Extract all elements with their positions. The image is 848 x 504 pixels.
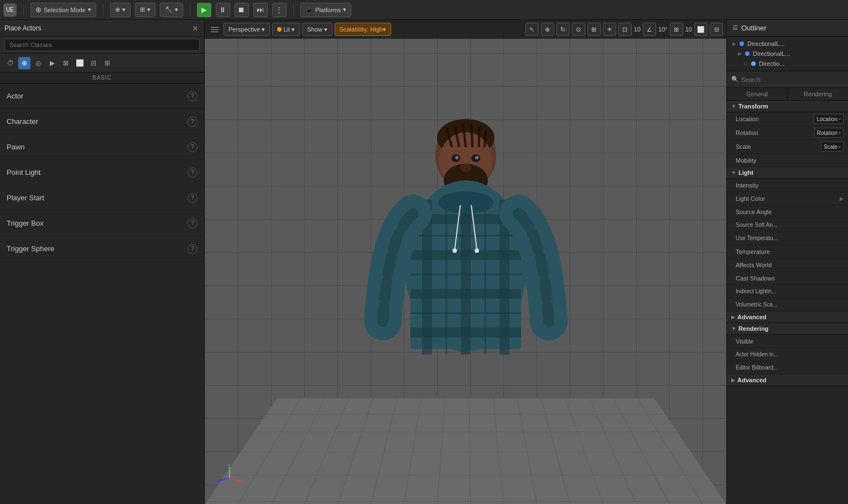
svg-point-22 [452, 248, 457, 253]
scale-dropdown[interactable]: Scale ▾ [821, 142, 844, 152]
advanced-rendering-title: Advanced [737, 377, 767, 383]
advanced-light-section-header[interactable]: ▶ Advanced [727, 311, 848, 323]
prop-editor-billboard: Editor Billboard... [727, 361, 848, 375]
actor-item-trigger-sphere[interactable]: Trigger Sphere ? [0, 236, 204, 262]
actor-item-actor[interactable]: Actor ? [0, 84, 204, 109]
prop-location: Location Location ▾ [727, 112, 848, 126]
location-dropdown[interactable]: Location ▾ [814, 114, 844, 124]
axis-gizmo: x y z [216, 464, 243, 493]
prop-scale-value[interactable]: Scale ▾ [821, 142, 844, 152]
prop-use-temperature: Use Temperatu... [727, 232, 848, 245]
outliner-item-directional3[interactable]: ⊙ Directio... [727, 59, 848, 69]
rendering-section-title: Rendering [738, 325, 768, 332]
scale-snap-button[interactable]: ⊞ [670, 23, 683, 36]
angle-button[interactable]: ∠ [643, 23, 656, 36]
options-button[interactable]: ⋮ [272, 3, 287, 17]
actor-help-point-light[interactable]: ? [188, 168, 197, 178]
prop-source-soft-angle: Source Soft An... [727, 219, 848, 232]
search-bar: 🔍 [727, 71, 848, 88]
recent-icon-btn[interactable]: ⏱ [4, 57, 17, 69]
search-icon: 🔍 [731, 76, 739, 83]
viewport-menu-button[interactable] [208, 23, 221, 36]
grid-value: 10 [634, 26, 641, 33]
visual-icon-btn[interactable]: ⊠ [60, 57, 72, 69]
pause-button[interactable]: ⏸ [216, 3, 230, 17]
viewport-options-button[interactable]: ⬜ [694, 23, 707, 36]
select-tool-button[interactable]: ↖ [526, 23, 539, 36]
close-panel-button[interactable]: ✕ [191, 24, 200, 33]
selection-mode-button[interactable]: ⊕ Selection Mode ▾ [30, 3, 96, 17]
search-classes-input[interactable] [4, 39, 200, 51]
prop-location-label: Location [736, 116, 759, 122]
actor-help-actor[interactable]: ? [188, 91, 197, 101]
top-toolbar: UE ⊕ Selection Mode ▾ ⊕▾ ⊞▾ 🔨▾ ▶ ⏸ ⏹ ⏭ ⋮… [0, 0, 848, 20]
prop-location-value[interactable]: Location ▾ [814, 114, 844, 124]
maximize-button[interactable]: ⊟ [710, 23, 723, 36]
svg-point-26 [455, 156, 459, 159]
actor-help-trigger-sphere[interactable]: ? [188, 244, 197, 254]
build-button[interactable]: 🔨▾ [160, 3, 183, 17]
tab-general[interactable]: General [727, 88, 788, 100]
actor-list: Actor ? Character ? Pawn ? Point Light ?… [0, 84, 204, 504]
rendering-section-header[interactable]: ▼ Rendering [727, 323, 848, 335]
prop-rotation-value[interactable]: Rotation ▾ [814, 128, 844, 138]
prop-mobility: Mobility [727, 154, 848, 167]
perspective-button[interactable]: Perspective ▾ [223, 23, 270, 36]
icon-bar: ⏱ ⊕ ◎ ▶ ⊠ ⬜ ⊟ ⊞ [0, 54, 204, 72]
outliner-item-directional2[interactable]: ▶ DirectionalL... [727, 49, 848, 59]
grid-button[interactable]: ⊡ [618, 23, 632, 36]
geometry-icon-btn[interactable]: ⬜ [74, 57, 86, 69]
skip-forward-button[interactable]: ⏭ [253, 3, 268, 17]
details-search-input[interactable] [741, 76, 844, 83]
svg-point-28 [460, 163, 471, 172]
play-button[interactable]: ▶ [197, 3, 211, 17]
show-button[interactable]: Show ▾ [302, 23, 332, 36]
rotation-dropdown[interactable]: Rotation ▾ [814, 128, 844, 138]
actor-item-point-light[interactable]: Point Light ? [0, 160, 204, 185]
lit-dot [277, 27, 282, 32]
light-section-header[interactable]: ▼ Light [727, 167, 848, 179]
svg-line-32 [471, 124, 472, 147]
actor-item-character[interactable]: Character ? [0, 109, 204, 134]
angle-value: 10° [658, 26, 668, 33]
actor-help-pawn[interactable]: ? [188, 142, 197, 152]
transform-section-header[interactable]: ▼ Transform [727, 101, 848, 112]
actor-help-player-start[interactable]: ? [188, 193, 197, 203]
outliner-items: ▶ DirectionalL... ▶ DirectionalL... ⊙ Di… [727, 37, 848, 71]
advanced-light-arrow: ▶ [731, 314, 735, 320]
translate-tool-button[interactable]: ⊕ [541, 23, 554, 36]
all-icon-btn[interactable]: ⊞ [101, 57, 113, 69]
outliner-item-directional1[interactable]: ▶ DirectionalL... [727, 39, 848, 49]
light-collapse-arrow: ▼ [731, 170, 736, 175]
lights-icon-btn[interactable]: ◎ [32, 57, 44, 69]
scalability-badge[interactable]: Scalability: High ▾ [335, 23, 391, 36]
svg-text:y: y [216, 479, 218, 484]
prop-mobility-label: Mobility [736, 157, 756, 164]
snap-button[interactable]: ⊞▾ [135, 3, 155, 17]
actor-item-player-start[interactable]: Player Start ? [0, 185, 204, 211]
viewport[interactable]: Perspective ▾ Lit ▾ Show ▾ Scalability: … [205, 20, 726, 504]
transform-mode-button[interactable]: ⊕▾ [110, 3, 131, 17]
lit-button[interactable]: Lit ▾ [272, 23, 300, 36]
basic-icon-btn[interactable]: ⊕ [18, 57, 30, 69]
rotate-tool-button[interactable]: ↻ [556, 23, 570, 36]
actor-help-trigger-box[interactable]: ? [188, 219, 197, 228]
svg-text:x: x [241, 479, 243, 484]
transform-collapse-arrow: ▼ [731, 103, 736, 109]
camera-speed-button[interactable]: ☀ [603, 23, 616, 36]
actor-item-trigger-box[interactable]: Trigger Box ? [0, 211, 204, 236]
basic-section-label: BASIC [0, 72, 204, 84]
volumes-icon-btn[interactable]: ⊟ [87, 57, 100, 69]
scale-tool-button[interactable]: ⊙ [572, 23, 585, 36]
advanced-light-title: Advanced [737, 314, 767, 320]
advanced-rendering-section-header[interactable]: ▶ Advanced [727, 375, 848, 386]
actor-help-character[interactable]: ? [188, 117, 197, 127]
surface-snapping-button[interactable]: ⊞ [587, 23, 601, 36]
outliner-title: Outliner [741, 24, 767, 32]
cinematic-icon-btn[interactable]: ▶ [46, 57, 58, 69]
actor-item-pawn[interactable]: Pawn ? [0, 134, 204, 160]
platforms-button[interactable]: 📱 Platforms ▾ [300, 3, 351, 17]
stop-button[interactable]: ⏹ [235, 3, 249, 17]
prop-actor-hidden: Actor Hidden In... [727, 348, 848, 361]
tab-rendering[interactable]: Rendering [788, 88, 848, 100]
